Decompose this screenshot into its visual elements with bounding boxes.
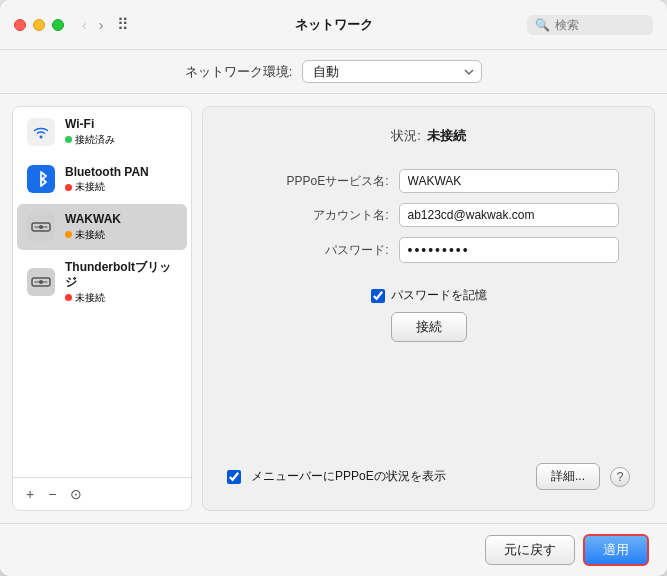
- wifi-status: 接続済み: [65, 133, 115, 147]
- bluetooth-status-text: 未接続: [75, 180, 105, 194]
- window-title: ネットワーク: [295, 16, 373, 34]
- bluetooth-icon: [27, 165, 55, 193]
- wifi-info: Wi-Fi 接続済み: [65, 117, 115, 147]
- env-label: ネットワーク環境:: [185, 63, 293, 81]
- status-value: 未接続: [427, 127, 466, 145]
- wifi-name: Wi-Fi: [65, 117, 115, 133]
- status-row: 状況: 未接続: [227, 127, 630, 145]
- pppoe-label: PPPoEサービス名:: [279, 173, 389, 190]
- search-input[interactable]: [555, 18, 645, 32]
- titlebar: ‹ › ⠿ ネットワーク 🔍: [0, 0, 667, 50]
- account-label: アカウント名:: [279, 207, 389, 224]
- add-network-button[interactable]: +: [21, 484, 39, 504]
- sidebar-list: Wi-Fi 接続済み Bluetooth: [13, 107, 191, 477]
- env-select-wrap: 自動: [302, 60, 482, 83]
- wifi-status-text: 接続済み: [75, 133, 115, 147]
- revert-button[interactable]: 元に戻す: [485, 535, 575, 565]
- help-button[interactable]: ?: [610, 467, 630, 487]
- forward-button[interactable]: ›: [95, 15, 108, 35]
- form-area: PPPoEサービス名: アカウント名: パスワード:: [227, 169, 630, 263]
- sidebar-item-bluetooth[interactable]: Bluetooth PAN 未接続: [17, 157, 187, 203]
- connect-button[interactable]: 接続: [391, 312, 467, 342]
- remember-password-label: パスワードを記憶: [391, 287, 487, 304]
- svg-point-3: [39, 280, 43, 284]
- wakwak-name: WAKWAK: [65, 212, 121, 228]
- remember-password-row: パスワードを記憶: [227, 287, 630, 304]
- wakwak-icon: [27, 213, 55, 241]
- password-input[interactable]: [399, 237, 619, 263]
- sidebar-item-wakwak[interactable]: WAKWAK 未接続: [17, 204, 187, 250]
- wakwak-status: 未接続: [65, 228, 121, 242]
- content-panel: 状況: 未接続 PPPoEサービス名: アカウント名: パスワード:: [202, 106, 655, 511]
- svg-point-1: [39, 225, 43, 229]
- password-label: パスワード:: [279, 242, 389, 259]
- sidebar-footer: + − ⊙: [13, 477, 191, 510]
- account-input[interactable]: [399, 203, 619, 227]
- detail-button[interactable]: 詳細...: [536, 463, 600, 490]
- thunderbolt-status-dot: [65, 294, 72, 301]
- show-pppoe-checkbox[interactable]: [227, 470, 241, 484]
- show-pppoe-label: メニューバーにPPPoEの状況を表示: [251, 468, 526, 485]
- search-box: 🔍: [527, 15, 653, 35]
- wifi-icon: [27, 118, 55, 146]
- sidebar: Wi-Fi 接続済み Bluetooth: [12, 106, 192, 511]
- bluetooth-name: Bluetooth PAN: [65, 165, 149, 181]
- password-row: パスワード:: [239, 237, 619, 263]
- remember-password-checkbox[interactable]: [371, 289, 385, 303]
- network-preferences-window: ‹ › ⠿ ネットワーク 🔍 ネットワーク環境: 自動: [0, 0, 667, 576]
- toolbar-row: ネットワーク環境: 自動: [0, 50, 667, 94]
- nav-buttons: ‹ ›: [78, 15, 107, 35]
- grid-icon: ⠿: [117, 15, 129, 34]
- window-footer: 元に戻す 適用: [0, 523, 667, 576]
- search-icon: 🔍: [535, 18, 550, 32]
- apply-button[interactable]: 適用: [583, 534, 649, 566]
- pppoe-input[interactable]: [399, 169, 619, 193]
- bluetooth-info: Bluetooth PAN 未接続: [65, 165, 149, 195]
- wakwak-status-dot: [65, 231, 72, 238]
- pppoe-row: PPPoEサービス名:: [239, 169, 619, 193]
- back-button[interactable]: ‹: [78, 15, 91, 35]
- wifi-status-dot: [65, 136, 72, 143]
- account-row: アカウント名:: [239, 203, 619, 227]
- bluetooth-status: 未接続: [65, 180, 149, 194]
- wakwak-info: WAKWAK 未接続: [65, 212, 121, 242]
- status-label: 状況:: [391, 127, 421, 145]
- wakwak-status-text: 未接続: [75, 228, 105, 242]
- bottom-row: メニューバーにPPPoEの状況を表示 詳細... ?: [227, 463, 630, 490]
- sidebar-item-wifi[interactable]: Wi-Fi 接続済み: [17, 109, 187, 155]
- sidebar-item-thunderbolt[interactable]: Thunderboltブリッジ 未接続: [17, 252, 187, 313]
- connect-btn-row: 接続: [227, 312, 630, 342]
- env-select[interactable]: 自動: [302, 60, 482, 83]
- thunderbolt-icon: [27, 268, 55, 296]
- bluetooth-status-dot: [65, 184, 72, 191]
- maximize-button[interactable]: [52, 19, 64, 31]
- main-area: Wi-Fi 接続済み Bluetooth: [0, 94, 667, 523]
- thunderbolt-name: Thunderboltブリッジ: [65, 260, 177, 291]
- thunderbolt-info: Thunderboltブリッジ 未接続: [65, 260, 177, 305]
- thunderbolt-status: 未接続: [65, 291, 177, 305]
- traffic-lights: [14, 19, 64, 31]
- thunderbolt-status-text: 未接続: [75, 291, 105, 305]
- close-button[interactable]: [14, 19, 26, 31]
- options-network-button[interactable]: ⊙: [65, 484, 87, 504]
- minimize-button[interactable]: [33, 19, 45, 31]
- remove-network-button[interactable]: −: [43, 484, 61, 504]
- spacer: [227, 342, 630, 455]
